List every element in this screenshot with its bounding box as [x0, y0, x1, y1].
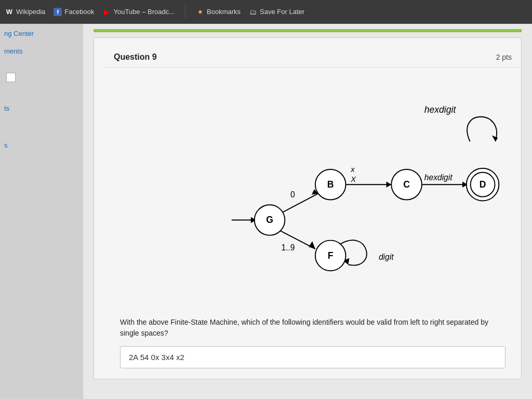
d-self-loop [467, 117, 497, 142]
question-text: With the above Finite-State Machine, whi… [104, 312, 521, 346]
node-b-label: B [327, 179, 334, 190]
facebook-icon: f [54, 8, 62, 16]
wikipedia-bookmark[interactable]: W Wikipedia [5, 8, 45, 16]
wikipedia-label: Wikipedia [16, 8, 45, 16]
fsm-diagram: hexdigit 0 [120, 78, 506, 301]
node-g-label: G [266, 215, 273, 225]
sidebar-item-ts[interactable]: ts [4, 104, 79, 113]
facebook-label: Facebook [64, 8, 94, 16]
fsm-svg: hexdigit 0 [120, 78, 506, 301]
node-d-label: D [480, 179, 486, 190]
f-self-label: digit [379, 252, 394, 261]
b-to-c-arrowhead [387, 181, 392, 188]
question-points: 2 pts [496, 53, 512, 61]
youtube-bookmark[interactable]: ▶ YouTube – Broadc... [102, 8, 175, 16]
bookmarks-label: Bookmarks [207, 8, 241, 16]
g-to-b-arrow [282, 194, 317, 212]
b-to-c-label-x: x [350, 165, 355, 174]
youtube-label: YouTube – Broadc... [113, 8, 175, 16]
save-for-later-item[interactable]: 🗂 Save For Later [249, 8, 304, 16]
question-card: Question 9 2 pts hexdigit [94, 37, 522, 379]
sidebar-item-ments[interactable]: ments [4, 47, 79, 56]
sidebar-item-s[interactable]: s [4, 141, 79, 150]
question-header: Question 9 2 pts [104, 45, 521, 68]
g-to-f-label: 1..9 [281, 243, 295, 252]
node-c-label: C [403, 179, 410, 190]
question-title: Question 9 [114, 52, 157, 62]
youtube-icon: ▶ [102, 8, 111, 16]
toolbar-separator [185, 6, 185, 18]
g-to-b-label: 0 [290, 190, 295, 199]
bookmarks-item[interactable]: ★ Bookmarks [196, 8, 241, 16]
g-to-f-arrowhead [309, 242, 315, 249]
c-to-d-label: hexdigit [424, 173, 453, 182]
progress-bar [94, 29, 522, 32]
wikipedia-icon: W [5, 8, 14, 16]
b-to-c-label-X: X [350, 175, 356, 183]
hexdigit-self-label: hexdigit [424, 104, 457, 115]
save-for-later-label: Save For Later [260, 8, 304, 16]
node-f-label: F [328, 250, 334, 261]
page-content: Question 9 2 pts hexdigit [83, 24, 532, 399]
folder-icon: 🗂 [249, 8, 257, 16]
sidebar-item-learning-center[interactable]: ng Center [4, 29, 79, 38]
facebook-bookmark[interactable]: f Facebook [54, 8, 94, 16]
star-icon: ★ [196, 8, 204, 16]
fsm-diagram-container: hexdigit 0 [104, 68, 521, 312]
answer-box: 2A 54 0x 3x4 x2 [120, 346, 506, 368]
main-content: ng Center ments ts s Question 9 2 pts [0, 24, 532, 399]
browser-toolbar: W Wikipedia f Facebook ▶ YouTube – Broad… [0, 0, 532, 24]
